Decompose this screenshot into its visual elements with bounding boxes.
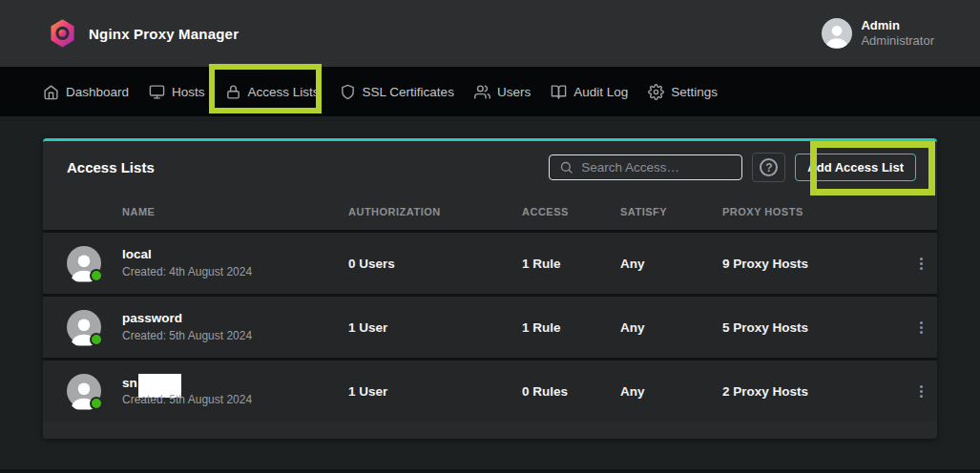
nav-label: Access Lists	[248, 85, 320, 99]
satisfy-value: Any	[620, 384, 722, 399]
nav-item-dashboard[interactable]: Dashboard	[43, 84, 129, 100]
shield-icon	[340, 84, 356, 100]
nav-item-users[interactable]: Users	[474, 84, 531, 100]
search-icon	[559, 160, 573, 175]
nav-label: Settings	[671, 85, 718, 99]
proxy-hosts-value: 5 Proxy Hosts	[722, 320, 905, 335]
panel-header: Access Lists ? Add Access List	[43, 141, 937, 194]
created-date: Created: 5th August 2024	[122, 393, 348, 408]
access-value: 0 Rules	[522, 384, 620, 399]
created-date: Created: 5th August 2024	[122, 329, 348, 344]
nav-item-ssl-certificates[interactable]: SSL Certificates	[340, 84, 454, 100]
nav-item-access-lists[interactable]: Access Lists	[225, 84, 320, 100]
page-title: Access Lists	[67, 159, 155, 175]
access-lists-panel: Access Lists ? Add Access List NAME AUTH…	[43, 138, 937, 439]
online-status-dot	[90, 397, 103, 410]
avatar	[67, 374, 101, 408]
column-header-proxy-hosts: PROXY HOSTS	[722, 206, 905, 217]
user-role: Administrator	[861, 33, 934, 49]
nav-label: Audit Log	[573, 85, 628, 99]
monitor-icon	[149, 84, 165, 100]
access-value: 1 Rule	[522, 257, 620, 271]
user-menu[interactable]: Admin Administrator	[822, 18, 934, 50]
row-menu-kebab-icon[interactable]	[905, 385, 937, 398]
table-row[interactable]: password Created: 5th August 2024 1 User…	[43, 294, 937, 358]
home-icon	[43, 84, 59, 100]
proxy-hosts-value: 2 Proxy Hosts	[722, 384, 905, 399]
main-nav: Dashboard Hosts Access Lists SSL Certifi…	[0, 67, 980, 116]
access-value: 1 Rule	[522, 320, 620, 335]
gear-icon	[648, 84, 664, 100]
table-body: local Created: 4th August 2024 0 Users 1…	[43, 230, 937, 422]
nav-label: Hosts	[172, 85, 205, 99]
column-header-satisfy: SATISFY	[620, 206, 722, 217]
access-list-name: local	[122, 246, 152, 263]
authorization-value: 1 User	[348, 384, 522, 399]
row-menu-kebab-icon[interactable]	[905, 321, 937, 334]
nav-label: Dashboard	[66, 85, 129, 99]
nav-item-settings[interactable]: Settings	[648, 84, 718, 100]
table-header-row: NAME AUTHORIZATION ACCESS SATISFY PROXY …	[43, 194, 937, 230]
authorization-value: 1 User	[348, 320, 522, 335]
user-avatar	[822, 18, 852, 49]
search-box[interactable]	[549, 154, 742, 180]
users-icon	[474, 84, 490, 100]
app-logo-icon	[48, 18, 77, 50]
table-row[interactable]: local Created: 4th August 2024 0 Users 1…	[43, 230, 937, 294]
user-name: Admin	[861, 18, 934, 33]
help-button[interactable]: ?	[752, 153, 785, 182]
book-icon	[551, 84, 567, 100]
nav-item-hosts[interactable]: Hosts	[149, 84, 205, 100]
access-list-name: sn	[122, 375, 137, 392]
search-input[interactable]	[581, 160, 732, 175]
avatar	[67, 310, 101, 344]
nav-label: SSL Certificates	[363, 85, 454, 99]
authorization-value: 0 Users	[348, 257, 522, 271]
created-date: Created: 4th August 2024	[122, 265, 348, 280]
column-header-name: NAME	[122, 206, 348, 217]
online-status-dot	[90, 269, 103, 282]
add-access-list-button[interactable]: Add Access List	[795, 154, 916, 181]
column-header-access: ACCESS	[522, 206, 620, 217]
column-header-authorization: AUTHORIZATION	[348, 206, 522, 217]
proxy-hosts-value: 9 Proxy Hosts	[722, 257, 905, 271]
online-status-dot	[90, 333, 103, 346]
app-header: Nginx Proxy Manager Admin Administrator	[0, 0, 980, 67]
bottom-edge-strip	[0, 469, 980, 473]
nav-label: Users	[497, 85, 531, 99]
satisfy-value: Any	[620, 257, 722, 271]
lock-icon	[225, 84, 241, 100]
app-title: Nginx Proxy Manager	[89, 26, 239, 42]
panel-controls: ? Add Access List	[549, 153, 916, 182]
help-icon: ?	[760, 158, 778, 176]
brand: Nginx Proxy Manager	[48, 18, 239, 50]
avatar	[67, 246, 101, 280]
table-row[interactable]: sn Created: 5th August 2024 1 User 0 Rul…	[43, 358, 937, 422]
row-menu-kebab-icon[interactable]	[905, 257, 937, 270]
access-list-name: password	[122, 310, 182, 327]
satisfy-value: Any	[620, 320, 722, 335]
nav-item-audit-log[interactable]: Audit Log	[551, 84, 628, 100]
